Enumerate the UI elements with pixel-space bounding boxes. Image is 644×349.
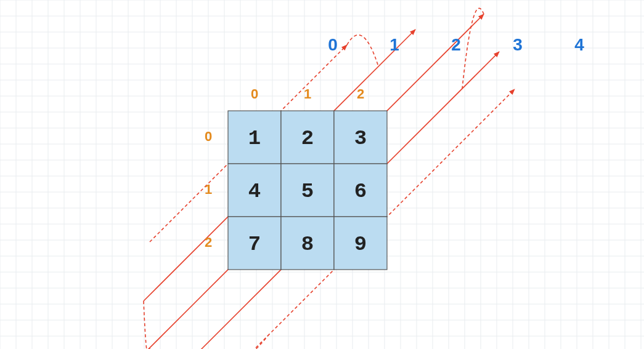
- bottom-connector-3-4: [197, 335, 268, 349]
- diagonal-index-label: 3: [513, 35, 523, 54]
- diagonal-index-labels: 01234: [328, 35, 584, 54]
- matrix-cell-value: 9: [354, 233, 367, 256]
- diagonal-index-label: 4: [574, 35, 584, 54]
- matrix-cell-value: 2: [301, 127, 314, 150]
- matrix-cell-value: 7: [248, 233, 261, 256]
- matrix-cell-value: 6: [354, 180, 367, 203]
- diagonal-index-label: 1: [389, 35, 399, 54]
- row-index-label: 1: [205, 182, 212, 197]
- matrix-grid: 123456789: [228, 111, 387, 270]
- matrix-cell-value: 3: [354, 127, 367, 150]
- column-index-label: 1: [304, 86, 311, 102]
- matrix-cell-value: 1: [248, 127, 261, 150]
- matrix-cell-value: 8: [301, 233, 314, 256]
- column-index-label: 2: [357, 86, 364, 102]
- diagonal-index-label: 2: [451, 35, 461, 54]
- matrix-cell-value: 5: [301, 180, 314, 203]
- row-index-label: 0: [205, 129, 212, 144]
- row-index-label: 2: [205, 235, 212, 250]
- column-index-label: 0: [251, 86, 258, 102]
- diagonal-index-label: 0: [328, 35, 338, 54]
- top-connector-0-1: [347, 35, 378, 66]
- matrix-cell-value: 4: [248, 180, 261, 203]
